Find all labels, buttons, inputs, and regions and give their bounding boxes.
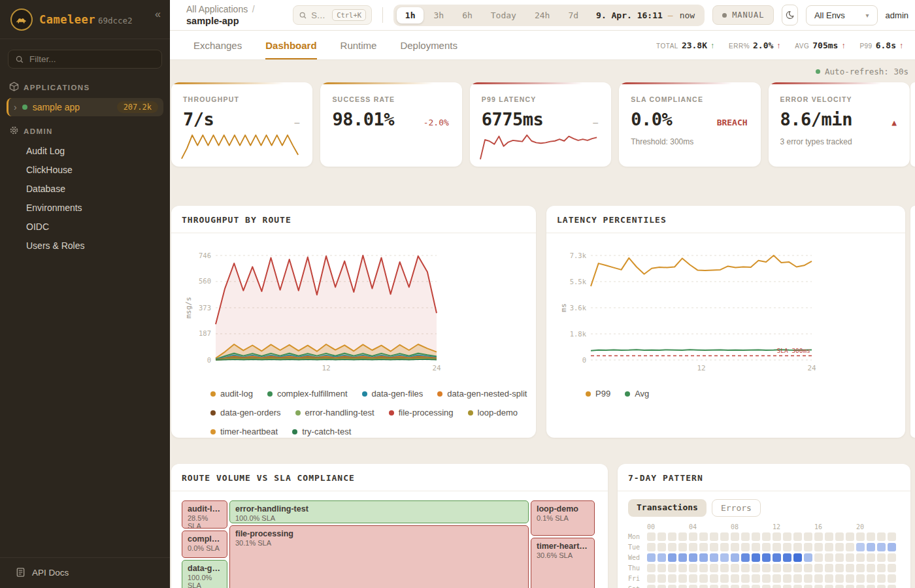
heatmap-cell[interactable] [720,585,729,588]
heatmap-cell[interactable] [741,553,750,562]
heatmap-cell[interactable] [678,532,687,541]
time-range-1h[interactable]: 1h [397,7,424,24]
heatmap-cell[interactable] [720,532,729,541]
heatmap-cell[interactable] [699,574,708,583]
heatmap-cell[interactable] [762,543,771,551]
heatmap-cell[interactable] [867,543,875,551]
time-range-7d[interactable]: 7d [559,7,587,24]
heatmap-cell[interactable] [783,553,791,562]
heatmap-cell[interactable] [877,574,886,583]
time-range-end[interactable]: now [674,10,701,20]
heatmap-cell[interactable] [678,553,687,562]
time-range-3h[interactable]: 3h [425,7,452,24]
heatmap-cell[interactable] [668,553,676,562]
sidebar-item-clickhouse[interactable]: ClickHouse [0,161,170,179]
heatmap-cell[interactable] [877,543,886,551]
heatmap-cell[interactable] [835,585,844,588]
heatmap-cell[interactable] [825,553,833,562]
heatmap-cell[interactable] [689,543,697,551]
heatmap-cell[interactable] [720,543,729,551]
heatmap-cell[interactable] [846,574,854,583]
heatmap-cell[interactable] [888,532,896,541]
treemap-cell-timer-heartbeat[interactable]: timer-heartbeat30.6% SLA [531,538,595,588]
treemap-cell-audit-log[interactable]: audit-log28.5% SLA [182,500,227,529]
heatmap-cell[interactable] [668,543,676,551]
legend-item-avg[interactable]: Avg [625,389,649,399]
heatmap-cell[interactable] [657,574,666,583]
heatmap-cell[interactable] [741,564,750,572]
heatmap-cell[interactable] [835,553,844,562]
heatmap-cell[interactable] [657,564,666,572]
heatmap-cell[interactable] [835,543,844,551]
heatmap-cell[interactable] [835,574,844,583]
heatmap-cell[interactable] [867,564,875,572]
heatmap-cell[interactable] [762,585,771,588]
legend-item-data-gen-orders[interactable]: data-gen-orders [210,408,281,417]
heatmap-cell[interactable] [668,585,676,588]
heatmap-cell[interactable] [657,532,666,541]
legend-item-file-processing[interactable]: file-processing [389,408,454,417]
heatmap-cell[interactable] [647,574,656,583]
heatmap-cell[interactable] [731,564,739,572]
heatmap-cell[interactable] [856,543,865,551]
heatmap-cell[interactable] [710,553,718,562]
legend-item-data-gen-files[interactable]: data-gen-files [362,389,424,399]
heatmap-cell[interactable] [856,553,865,562]
legend-item-audit-log[interactable]: audit-log [210,389,253,399]
heatmap-cell[interactable] [720,564,729,572]
heatmap-cell[interactable] [804,564,812,572]
heatmap-cell[interactable] [825,574,833,583]
dark-mode-toggle[interactable] [782,5,797,25]
heatmap-cell[interactable] [846,543,854,551]
heatmap-cell[interactable] [657,543,666,551]
heatmap-cell[interactable] [783,585,791,588]
legend-item-p99[interactable]: P99 [586,389,610,399]
heatmap-cell[interactable] [752,564,760,572]
sidebar-item-users-roles[interactable]: Users & Roles [0,237,170,255]
heatmap-cell[interactable] [867,553,875,562]
heatmap-cell[interactable] [657,585,666,588]
heatmap-cell[interactable] [699,553,708,562]
heatmap-cell[interactable] [773,553,781,562]
heatmap-cell[interactable] [752,574,760,583]
heatmap-cell[interactable] [846,585,854,588]
heatmap-cell[interactable] [825,543,833,551]
heatmap-cell[interactable] [814,532,823,541]
legend-item-try-catch-test[interactable]: try-catch-test [292,427,351,436]
time-range-24h[interactable]: 24h [526,7,558,24]
heatmap-cell[interactable] [710,585,718,588]
heatmap-cell[interactable] [710,574,718,583]
heatmap-cell[interactable] [710,532,718,541]
sidebar-collapse-button[interactable]: « [155,8,161,20]
heatmap-cell[interactable] [783,532,791,541]
heatmap-cell[interactable] [856,564,865,572]
heatmap-cell[interactable] [720,574,729,583]
treemap-cell-complex-fulfil[interactable]: complex-fulfil…0.0% SLA [182,531,227,558]
heatmap-cell[interactable] [752,553,760,562]
heatmap-cell[interactable] [888,585,896,588]
heatmap-cell[interactable] [678,543,687,551]
sidebar-item-audit-log[interactable]: Audit Log [0,142,170,160]
heatmap-cell[interactable] [846,564,854,572]
heatmap-cell[interactable] [731,553,739,562]
heatmap-cell[interactable] [867,574,875,583]
heatmap-cell[interactable] [762,564,771,572]
heatmap-cell[interactable] [773,543,781,551]
heatmap-cell[interactable] [741,543,750,551]
heatmap-cell[interactable] [773,532,781,541]
breadcrumb-root[interactable]: All Applications [186,4,248,14]
heatmap-cell[interactable] [699,532,708,541]
heatmap-cell[interactable] [773,574,781,583]
heatmap-cell[interactable] [762,574,771,583]
treemap-cell-data-gen-files[interactable]: data-gen-files100.0% SLA [182,560,227,588]
heatmap-cell[interactable] [731,543,739,551]
treemap-cell-file-processing[interactable]: file-processing30.1% SLA [229,525,529,588]
heatmap-cell[interactable] [888,574,896,583]
throughput-by-route-chart[interactable]: 0187373560746msg/s1224 [182,240,525,378]
heatmap-cell[interactable] [793,532,802,541]
heatmap-cell[interactable] [877,585,886,588]
heatmap-cell[interactable] [867,532,875,541]
heatmap-cell[interactable] [877,564,886,572]
heatmap-cell[interactable] [710,564,718,572]
tab-dashboard[interactable]: Dashboard [265,31,316,59]
